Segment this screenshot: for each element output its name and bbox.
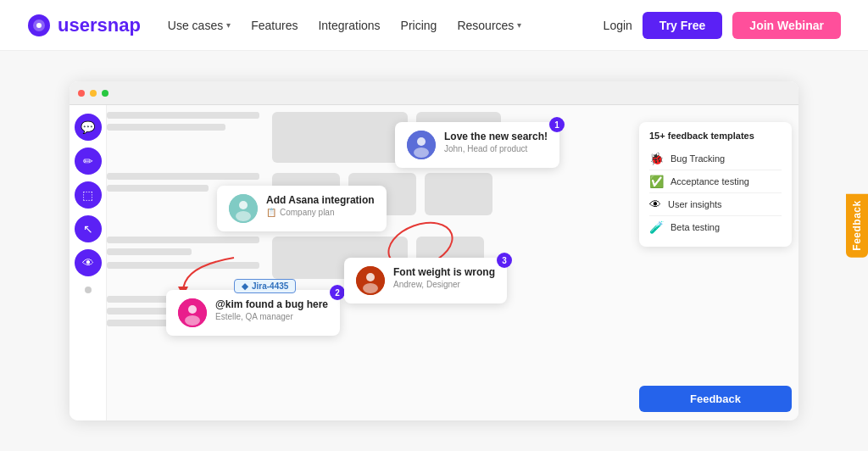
tool-eye-button[interactable]: 👁: [75, 249, 102, 276]
beta-icon: 🧪: [649, 220, 664, 234]
jira-icon: ◆: [242, 281, 248, 291]
main-content: 💬 ✏ ⬚ ↖ 👁: [0, 51, 868, 451]
svg-point-8: [236, 211, 251, 221]
browser-bar: [70, 81, 798, 105]
feedback-side-tab[interactable]: Feedback: [846, 193, 868, 257]
template-item-bug: 🐞 Bug Tracking: [649, 148, 782, 170]
skeleton-line: [107, 124, 225, 131]
feedback-button[interactable]: Feedback: [639, 386, 792, 412]
feedback-tab-wrapper[interactable]: Feedback: [846, 193, 868, 257]
card-3-badge: 2: [330, 285, 345, 300]
template-insights-label: User insights: [668, 199, 722, 209]
minimize-dot: [90, 90, 97, 97]
card-2-text: Add Asana integration 📋 Company plan: [266, 194, 375, 217]
bug-icon: 🐞: [649, 152, 664, 165]
feedback-card-2: Add Asana integration 📋 Company plan: [217, 186, 387, 231]
skeleton-line: [107, 237, 259, 243]
avatar-john: [407, 131, 436, 159]
template-item-acceptance: ✅ Acceptance testing: [649, 170, 782, 193]
svg-point-5: [414, 148, 429, 158]
tool-chat-button[interactable]: 💬: [75, 114, 102, 141]
tool-arrow-button[interactable]: ↖: [75, 215, 102, 242]
template-bug-label: Bug Tracking: [670, 153, 725, 164]
card-1-title: Love the new search!: [444, 131, 548, 142]
tool-pen-button[interactable]: ✏: [75, 148, 102, 175]
card-4-badge: 3: [497, 253, 512, 268]
card-4-text: Font weight is wrong Andrew, Designer: [393, 266, 495, 289]
page-area: Love the new search! John, Head of produ…: [107, 105, 798, 420]
close-dot: [78, 90, 85, 97]
skeleton-block: [425, 173, 492, 215]
nav-pricing[interactable]: Pricing: [401, 19, 437, 32]
logo-text: usersnap: [58, 14, 141, 36]
skeleton-line: [107, 185, 209, 192]
login-button[interactable]: Login: [604, 19, 632, 32]
skeleton-block: [272, 112, 408, 163]
svg-point-4: [417, 137, 426, 146]
card-4-title: Font weight is wrong: [393, 266, 495, 278]
avatar-kim: [178, 298, 207, 327]
maximize-dot: [102, 90, 108, 97]
browser-content: 💬 ✏ ⬚ ↖ 👁: [70, 105, 798, 420]
card-2-title: Add Asana integration: [266, 194, 375, 206]
chevron-down-icon: ▾: [517, 20, 521, 30]
svg-point-2: [36, 23, 42, 28]
nav-resources[interactable]: Resources ▾: [457, 19, 521, 32]
avatar-asana: [229, 194, 258, 223]
insights-icon: 👁: [649, 198, 661, 211]
join-webinar-button[interactable]: Join Webinar: [732, 12, 841, 39]
template-item-insights: 👁 User insights: [649, 193, 782, 216]
navbar: usersnap Use cases ▾ Features Integratio…: [0, 0, 868, 51]
feedback-card-1: Love the new search! John, Head of produ…: [395, 122, 559, 168]
card-1-badge: 1: [549, 117, 565, 132]
template-acceptance-label: Acceptance testing: [670, 176, 749, 187]
acceptance-icon: ✅: [649, 175, 664, 188]
svg-point-10: [188, 305, 197, 314]
nav-use-cases[interactable]: Use cases ▾: [168, 19, 231, 32]
svg-point-7: [239, 201, 248, 209]
templates-panel: 15+ feedback templates 🐞 Bug Tracking ✅ …: [639, 122, 792, 247]
calendar-icon: 📋: [266, 208, 276, 217]
tool-divider: [85, 287, 92, 293]
tool-select-button[interactable]: ⬚: [75, 181, 102, 209]
feedback-card-3: @kim found a bug here Estelle, QA manage…: [166, 290, 340, 336]
toolbar: 💬 ✏ ⬚ ↖ 👁: [70, 105, 107, 420]
nav-links: Use cases ▾ Features Integrations Pricin…: [168, 19, 604, 32]
card-2-subtitle: 📋 Company plan: [266, 208, 375, 217]
template-item-beta: 🧪 Beta testing: [649, 216, 782, 238]
svg-point-13: [366, 273, 375, 281]
template-beta-label: Beta testing: [670, 222, 720, 232]
try-free-button[interactable]: Try Free: [643, 12, 722, 39]
card-1-subtitle: John, Head of product: [444, 144, 548, 153]
card-3-title: @kim found a bug here: [215, 298, 328, 310]
card-4-subtitle: Andrew, Designer: [393, 280, 495, 289]
card-1-text: Love the new search! John, Head of produ…: [444, 131, 548, 153]
skeleton-line: [107, 112, 259, 119]
jira-tag: ◆ Jira-4435: [234, 279, 296, 293]
chevron-down-icon: ▾: [226, 20, 231, 30]
nav-features[interactable]: Features: [251, 19, 298, 32]
browser-mockup: 💬 ✏ ⬚ ↖ 👁: [70, 81, 798, 420]
svg-point-14: [363, 283, 378, 293]
svg-point-11: [185, 315, 200, 326]
skeleton-line: [107, 173, 259, 180]
nav-integrations[interactable]: Integrations: [318, 19, 380, 32]
logo[interactable]: usersnap: [27, 14, 141, 37]
card-3-text: @kim found a bug here Estelle, QA manage…: [215, 298, 328, 321]
feedback-card-4: Font weight is wrong Andrew, Designer 3: [344, 258, 507, 303]
avatar-andrew: [356, 266, 385, 295]
templates-title: 15+ feedback templates: [649, 131, 782, 141]
nav-actions: Login Try Free Join Webinar: [604, 12, 841, 39]
card-3-subtitle: Estelle, QA manager: [215, 312, 328, 321]
